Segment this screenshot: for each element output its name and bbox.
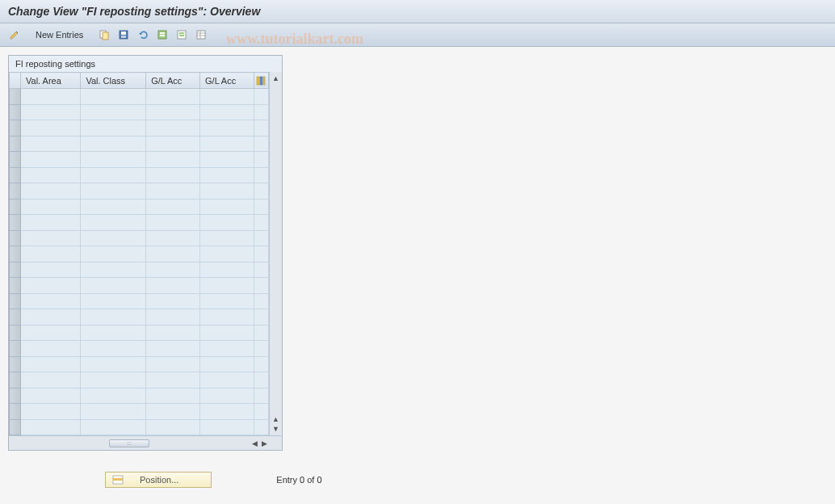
table-cell[interactable] xyxy=(146,293,200,309)
table-cell[interactable] xyxy=(200,388,254,404)
table-cell[interactable] xyxy=(200,372,254,388)
table-cell[interactable] xyxy=(200,356,254,372)
table-cell[interactable] xyxy=(21,199,81,215)
table-cell[interactable] xyxy=(21,404,81,420)
table-cell[interactable] xyxy=(21,104,81,120)
row-selector[interactable] xyxy=(10,152,21,168)
table-cell[interactable] xyxy=(200,104,254,120)
deselect-icon[interactable] xyxy=(174,27,190,43)
row-selector[interactable] xyxy=(10,388,21,404)
table-cell[interactable] xyxy=(146,167,200,183)
copy-icon[interactable] xyxy=(96,27,112,43)
table-cell[interactable] xyxy=(254,167,269,183)
row-selector[interactable] xyxy=(10,167,21,183)
table-cell[interactable] xyxy=(81,388,146,404)
table-settings-icon[interactable] xyxy=(193,27,209,43)
row-selector[interactable] xyxy=(10,278,21,294)
vertical-scrollbar[interactable]: ▲ ▲ ▼ xyxy=(269,72,282,435)
row-selector[interactable] xyxy=(10,120,21,136)
table-cell[interactable] xyxy=(81,199,146,215)
table-cell[interactable] xyxy=(81,120,146,136)
table-cell[interactable] xyxy=(254,199,269,215)
row-selector[interactable] xyxy=(10,309,21,326)
table-cell[interactable] xyxy=(254,388,269,404)
table-cell[interactable] xyxy=(200,199,254,215)
table-cell[interactable] xyxy=(146,120,200,136)
table-cell[interactable] xyxy=(21,152,81,168)
scroll-up-icon[interactable]: ▲ xyxy=(271,74,281,83)
row-selector[interactable] xyxy=(10,341,21,357)
column-header-val-area[interactable]: Val. Area xyxy=(21,73,81,89)
row-selector[interactable] xyxy=(10,215,21,231)
table-cell[interactable] xyxy=(21,278,81,294)
table-cell[interactable] xyxy=(81,309,146,326)
table-cell[interactable] xyxy=(146,356,200,372)
row-selector[interactable] xyxy=(10,262,21,278)
table-cell[interactable] xyxy=(254,152,269,168)
table-cell[interactable] xyxy=(146,230,200,246)
row-selector[interactable] xyxy=(10,104,21,120)
row-selector[interactable] xyxy=(10,199,21,215)
table-cell[interactable] xyxy=(81,230,146,246)
row-selector[interactable] xyxy=(10,372,21,388)
table-cell[interactable] xyxy=(200,89,254,105)
table-cell[interactable] xyxy=(81,404,146,420)
pencil-icon[interactable] xyxy=(6,27,23,43)
table-cell[interactable] xyxy=(200,278,254,294)
position-button[interactable]: Position... xyxy=(105,472,212,488)
table-cell[interactable] xyxy=(200,183,254,200)
table-cell[interactable] xyxy=(146,404,200,420)
table-cell[interactable] xyxy=(200,341,254,357)
table-cell[interactable] xyxy=(21,419,81,435)
row-selector[interactable] xyxy=(10,183,21,200)
table-cell[interactable] xyxy=(200,404,254,420)
row-selector[interactable] xyxy=(10,419,21,435)
table-cell[interactable] xyxy=(254,419,269,435)
table-cell[interactable] xyxy=(146,278,200,294)
new-entries-button[interactable]: New Entries xyxy=(29,28,90,41)
row-selector[interactable] xyxy=(10,325,21,341)
table-cell[interactable] xyxy=(21,341,81,357)
table-cell[interactable] xyxy=(21,309,81,326)
row-selector[interactable] xyxy=(10,89,21,105)
table-cell[interactable] xyxy=(21,372,81,388)
table-cell[interactable] xyxy=(21,167,81,183)
table-cell[interactable] xyxy=(200,120,254,136)
table-cell[interactable] xyxy=(81,246,146,262)
table-cell[interactable] xyxy=(21,293,81,309)
table-cell[interactable] xyxy=(254,293,269,309)
table-config-icon[interactable] xyxy=(254,73,269,89)
table-cell[interactable] xyxy=(81,167,146,183)
table-cell[interactable] xyxy=(21,262,81,278)
table-cell[interactable] xyxy=(254,246,269,262)
table-cell[interactable] xyxy=(254,104,269,120)
table-cell[interactable] xyxy=(200,167,254,183)
column-header-gl-acc-2[interactable]: G/L Acc xyxy=(200,73,254,89)
row-selector[interactable] xyxy=(10,356,21,372)
table-cell[interactable] xyxy=(254,356,269,372)
table-cell[interactable] xyxy=(254,341,269,357)
scroll-left-icon[interactable]: ◀ xyxy=(250,439,259,448)
table-cell[interactable] xyxy=(21,246,81,262)
table-cell[interactable] xyxy=(200,419,254,435)
table-cell[interactable] xyxy=(146,104,200,120)
select-all-icon[interactable] xyxy=(154,27,170,43)
table-cell[interactable] xyxy=(21,89,81,105)
table-cell[interactable] xyxy=(146,246,200,262)
table-cell[interactable] xyxy=(81,136,146,152)
table-cell[interactable] xyxy=(81,325,146,341)
table-cell[interactable] xyxy=(254,230,269,246)
table-cell[interactable] xyxy=(254,278,269,294)
scroll-down-icon-2[interactable]: ▼ xyxy=(271,424,281,434)
table-cell[interactable] xyxy=(146,419,200,435)
table-cell[interactable] xyxy=(254,372,269,388)
row-selector[interactable] xyxy=(10,293,21,309)
undo-icon[interactable] xyxy=(135,27,151,43)
table-cell[interactable] xyxy=(146,89,200,105)
table-cell[interactable] xyxy=(81,419,146,435)
table-cell[interactable] xyxy=(81,89,146,105)
table-cell[interactable] xyxy=(254,262,269,278)
table-cell[interactable] xyxy=(200,262,254,278)
table-cell[interactable] xyxy=(200,246,254,262)
column-header-val-class[interactable]: Val. Class xyxy=(81,73,146,89)
